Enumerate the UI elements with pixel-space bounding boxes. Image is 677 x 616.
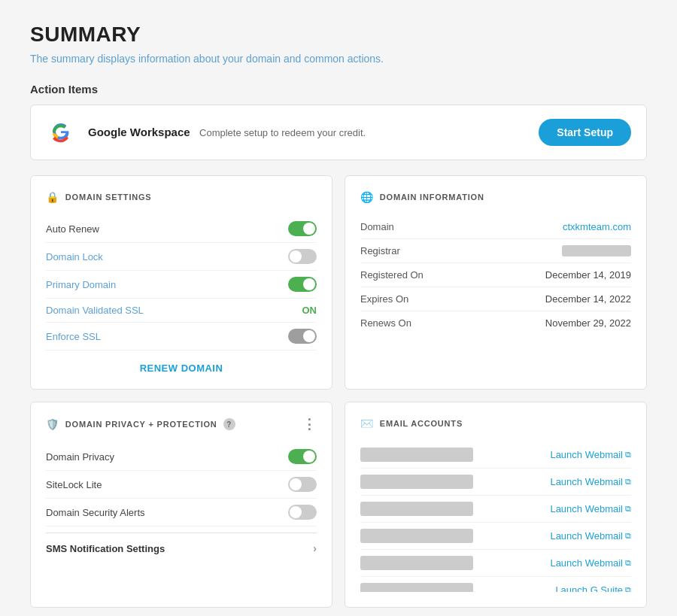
email-addr-3: ████████.com bbox=[360, 502, 473, 516]
email-row-1: ██████m Launch Webmail ⧉ bbox=[360, 442, 631, 469]
domain-lock-toggle[interactable] bbox=[288, 249, 317, 264]
sitelock-label: SiteLock Lite bbox=[46, 479, 102, 490]
google-logo-icon bbox=[46, 117, 76, 147]
expires-on-row: Expires On December 14, 2022 bbox=[360, 287, 631, 311]
domain-lock-row: Domain Lock bbox=[46, 243, 317, 271]
email-row-4: ████████om Launch Webmail ⧉ bbox=[360, 523, 631, 550]
launch-gsuite-1[interactable]: Launch G Suite ⧉ bbox=[555, 584, 631, 592]
email-row-3: ████████.com Launch Webmail ⧉ bbox=[360, 496, 631, 523]
email-accounts-header: ✉️ EMAIL ACCOUNTS bbox=[360, 417, 631, 429]
domain-ssl-status: ON bbox=[302, 305, 317, 316]
auto-renew-toggle[interactable] bbox=[288, 221, 317, 236]
email-row-5: ████████n.com Launch Webmail ⧉ bbox=[360, 550, 631, 577]
shield-icon: 🛡️ bbox=[46, 418, 59, 430]
registered-on-row: Registered On December 14, 2019 bbox=[360, 263, 631, 287]
launch-webmail-4[interactable]: Launch Webmail ⧉ bbox=[550, 530, 631, 542]
email-row-6: ████████.com Launch G Suite ⧉ bbox=[360, 577, 631, 592]
external-link-icon: ⧉ bbox=[625, 558, 631, 568]
registrar-row: Registrar ██████████ bbox=[360, 239, 631, 263]
start-setup-button[interactable]: Start Setup bbox=[539, 119, 631, 146]
registrar-key: Registrar bbox=[360, 245, 400, 256]
security-alerts-label: Domain Security Alerts bbox=[46, 507, 145, 518]
email-addr-2: ████████m.com bbox=[360, 475, 473, 489]
sitelock-row: SiteLock Lite bbox=[46, 471, 317, 499]
domain-information-card: 🌐 DOMAIN INFORMATION Domain ctxkmteam.co… bbox=[345, 175, 647, 390]
registered-on-key: Registered On bbox=[360, 269, 424, 281]
domain-privacy-toggle[interactable] bbox=[288, 449, 317, 464]
action-description: Complete setup to redeem your credit. bbox=[199, 127, 366, 138]
domain-ssl-label[interactable]: Domain Validated SSL bbox=[46, 305, 144, 316]
sitelock-toggle[interactable] bbox=[288, 477, 317, 492]
email-addr-1: ██████m bbox=[360, 448, 473, 462]
auto-renew-label: Auto Renew bbox=[46, 223, 99, 235]
security-alerts-toggle[interactable] bbox=[288, 505, 317, 520]
registered-on-value: December 14, 2019 bbox=[545, 269, 631, 281]
primary-domain-label[interactable]: Primary Domain bbox=[46, 279, 116, 290]
email-accounts-card: ✉️ EMAIL ACCOUNTS ██████m Launch Webmail… bbox=[345, 402, 647, 608]
external-link-icon: ⧉ bbox=[625, 477, 631, 487]
external-link-icon: ⧉ bbox=[625, 450, 631, 460]
enforce-ssl-toggle[interactable] bbox=[288, 329, 317, 344]
sms-label: SMS Notification Settings bbox=[46, 543, 165, 554]
primary-domain-row: Primary Domain bbox=[46, 271, 317, 299]
security-alerts-row: Domain Security Alerts bbox=[46, 499, 317, 526]
email-icon: ✉️ bbox=[360, 417, 374, 429]
domain-settings-header: 🔒 DOMAIN SETTINGS bbox=[46, 191, 317, 203]
email-accounts-list: ██████m Launch Webmail ⧉ ████████m.com L… bbox=[360, 442, 631, 592]
domain-ssl-row: Domain Validated SSL ON bbox=[46, 299, 317, 323]
brand-name: Google Workspace bbox=[88, 126, 190, 138]
action-items-card: Google Workspace Complete setup to redee… bbox=[30, 105, 647, 160]
three-dot-menu[interactable]: ⋮ bbox=[302, 417, 317, 431]
page-title: SUMMARY bbox=[30, 23, 647, 47]
external-link-icon: ⧉ bbox=[625, 531, 631, 541]
domain-lock-label[interactable]: Domain Lock bbox=[46, 251, 103, 262]
renew-domain-link[interactable]: RENEW DOMAIN bbox=[46, 363, 317, 374]
expires-on-key: Expires On bbox=[360, 293, 408, 305]
email-addr-4: ████████om bbox=[360, 529, 473, 543]
sms-notification-row[interactable]: SMS Notification Settings › bbox=[46, 533, 317, 557]
launch-webmail-2[interactable]: Launch Webmail ⧉ bbox=[550, 476, 631, 487]
enforce-ssl-row: Enforce SSL bbox=[46, 323, 317, 350]
globe-icon: 🌐 bbox=[360, 191, 374, 203]
domain-value[interactable]: ctxkmteam.com bbox=[563, 221, 631, 232]
email-addr-6: ████████.com bbox=[360, 583, 473, 592]
primary-domain-toggle[interactable] bbox=[288, 277, 317, 292]
page-subtitle: The summary displays information about y… bbox=[30, 53, 647, 65]
domain-information-header: 🌐 DOMAIN INFORMATION bbox=[360, 191, 631, 203]
registrar-value: ██████████ bbox=[562, 245, 631, 256]
chevron-right-icon: › bbox=[313, 542, 317, 554]
domain-settings-card: 🔒 DOMAIN SETTINGS Auto Renew Domain Lock… bbox=[30, 175, 332, 390]
renews-on-value: November 29, 2022 bbox=[545, 317, 631, 329]
external-link-icon: ⧉ bbox=[625, 504, 631, 514]
email-addr-5: ████████n.com bbox=[360, 556, 473, 570]
domain-privacy-label: Domain Privacy bbox=[46, 451, 114, 463]
domain-privacy-card: 🛡️ DOMAIN PRIVACY + PROTECTION ? ⋮ Domai… bbox=[30, 402, 332, 608]
enforce-ssl-label[interactable]: Enforce SSL bbox=[46, 331, 101, 342]
help-icon: ? bbox=[223, 418, 235, 430]
domain-key: Domain bbox=[360, 221, 394, 232]
expires-on-value: December 14, 2022 bbox=[545, 293, 631, 305]
launch-webmail-1[interactable]: Launch Webmail ⧉ bbox=[550, 449, 631, 460]
renews-on-key: Renews On bbox=[360, 317, 411, 329]
renews-on-row: Renews On November 29, 2022 bbox=[360, 311, 631, 335]
cards-grid: 🔒 DOMAIN SETTINGS Auto Renew Domain Lock… bbox=[30, 175, 647, 608]
auto-renew-row: Auto Renew bbox=[46, 215, 317, 243]
action-items-label: Action Items bbox=[30, 83, 647, 96]
lock-icon: 🔒 bbox=[46, 191, 59, 203]
domain-name-row: Domain ctxkmteam.com bbox=[360, 215, 631, 239]
email-row-2: ████████m.com Launch Webmail ⧉ bbox=[360, 469, 631, 496]
domain-privacy-row: Domain Privacy bbox=[46, 443, 317, 471]
domain-privacy-header: 🛡️ DOMAIN PRIVACY + PROTECTION ? ⋮ bbox=[46, 417, 317, 431]
launch-webmail-5[interactable]: Launch Webmail ⧉ bbox=[550, 557, 631, 569]
external-link-icon: ⧉ bbox=[625, 585, 631, 592]
action-text: Google Workspace Complete setup to redee… bbox=[88, 126, 527, 139]
launch-webmail-3[interactable]: Launch Webmail ⧉ bbox=[550, 503, 631, 514]
